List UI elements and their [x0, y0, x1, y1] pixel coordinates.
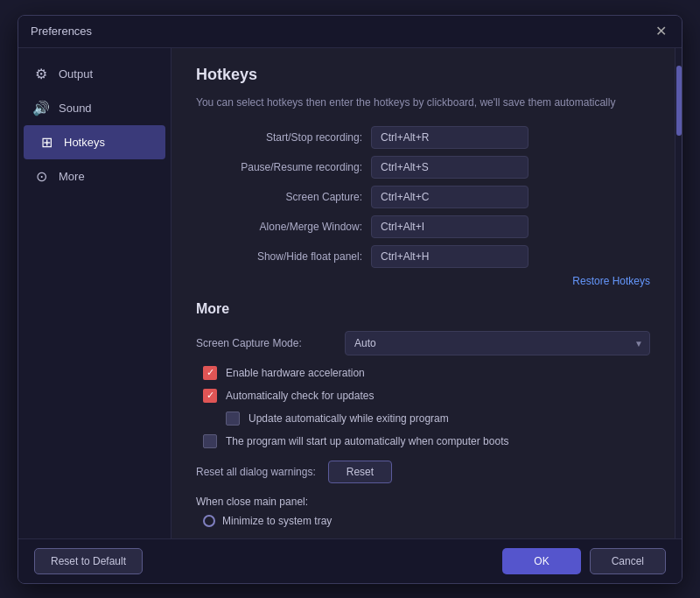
screen-capture-mode-label: Screen Capture Mode:: [196, 337, 336, 349]
hotkey-input-pause-resume[interactable]: [371, 156, 528, 179]
sound-icon: 🔊: [32, 100, 50, 116]
preferences-dialog: Preferences ✕ ⚙ Output 🔊 Sound ⊞ Hotkeys…: [18, 15, 682, 584]
hotkeys-icon: ⊞: [38, 134, 55, 151]
auto-update-label: Automatically check for updates: [226, 390, 374, 402]
footer: Reset to Default OK Cancel: [18, 538, 682, 583]
sidebar-item-output[interactable]: ⚙ Output: [18, 57, 171, 91]
main-content: Hotkeys You can select hotkeys then ente…: [172, 48, 675, 538]
check-icon: ✓: [206, 368, 214, 377]
hotkey-row-screen-capture: Screen Capture:: [196, 186, 650, 208]
reset-dialogs-label: Reset all dialog warnings:: [196, 466, 316, 478]
output-icon: ⚙: [32, 66, 50, 82]
sidebar-item-more[interactable]: ⊙ More: [18, 159, 171, 193]
more-title: More: [196, 301, 650, 317]
minimize-radio-row[interactable]: Minimize to system tray: [196, 515, 650, 527]
hotkey-label-2: Screen Capture:: [196, 191, 362, 203]
scrollbar-track[interactable]: [675, 48, 682, 538]
sidebar: ⚙ Output 🔊 Sound ⊞ Hotkeys ⊙ More: [18, 48, 172, 538]
exit-update-checkbox[interactable]: [226, 412, 240, 426]
exit-update-label: Update automatically while exiting progr…: [248, 412, 449, 425]
cancel-button[interactable]: Cancel: [590, 548, 666, 574]
footer-right-buttons: OK Cancel: [502, 548, 666, 574]
ok-button[interactable]: OK: [502, 548, 580, 574]
hotkey-label-4: Show/Hide float panel:: [196, 250, 362, 263]
hotkey-row-pause-resume: Pause/Resume recording:: [196, 156, 650, 179]
sidebar-item-label: Output: [59, 67, 93, 81]
reset-dialogs-row: Reset all dialog warnings: Reset: [196, 461, 650, 483]
hotkey-label-0: Start/Stop recording:: [196, 131, 362, 144]
hardware-acceleration-row[interactable]: ✓ Enable hardware acceleration: [196, 366, 650, 380]
reset-to-default-button[interactable]: Reset to Default: [34, 548, 143, 574]
close-button[interactable]: ✕: [652, 23, 669, 40]
sidebar-item-label: Hotkeys: [64, 136, 105, 149]
hotkey-input-float-panel[interactable]: [371, 245, 528, 268]
hardware-acceleration-label: Enable hardware acceleration: [226, 367, 365, 379]
startup-row[interactable]: The program will start up automatically …: [196, 434, 650, 448]
screen-capture-mode-wrapper: Auto Manual Window Screen ▼: [345, 331, 650, 355]
screen-capture-mode-select[interactable]: Auto Manual Window Screen: [345, 331, 650, 355]
title-bar: Preferences ✕: [18, 16, 682, 48]
hotkey-row-float-panel: Show/Hide float panel:: [196, 245, 650, 268]
more-icon: ⊙: [32, 168, 50, 185]
when-close-label: When close main panel:: [196, 496, 650, 508]
auto-update-row[interactable]: ✓ Automatically check for updates: [196, 389, 650, 403]
startup-label: The program will start up automatically …: [226, 435, 508, 447]
sidebar-item-label: More: [59, 170, 85, 183]
hotkeys-description: You can select hotkeys then enter the ho…: [196, 95, 650, 110]
hotkey-input-screen-capture[interactable]: [371, 186, 528, 208]
hotkey-label-3: Alone/Merge Window:: [196, 221, 362, 233]
hotkeys-title: Hotkeys: [196, 66, 650, 84]
exit-update-row[interactable]: Update automatically while exiting progr…: [196, 412, 650, 426]
hardware-acceleration-checkbox[interactable]: ✓: [203, 366, 217, 380]
minimize-radio-button[interactable]: [203, 515, 215, 527]
sidebar-item-hotkeys[interactable]: ⊞ Hotkeys: [24, 125, 165, 159]
scrollbar-thumb[interactable]: [676, 66, 682, 136]
dialog-title: Preferences: [31, 25, 92, 38]
dialog-body: ⚙ Output 🔊 Sound ⊞ Hotkeys ⊙ More Hotkey…: [18, 48, 682, 538]
check-icon: ✓: [206, 390, 214, 400]
screen-capture-mode-row: Screen Capture Mode: Auto Manual Window …: [196, 331, 650, 355]
reset-dialogs-button[interactable]: Reset: [328, 461, 392, 483]
hotkey-input-alone-merge[interactable]: [371, 215, 528, 238]
hotkey-label-1: Pause/Resume recording:: [196, 161, 362, 173]
hotkey-row-alone-merge: Alone/Merge Window:: [196, 215, 650, 238]
minimize-radio-label: Minimize to system tray: [222, 515, 332, 527]
restore-hotkeys-link[interactable]: Restore Hotkeys: [196, 275, 650, 287]
hotkey-row-start-stop: Start/Stop recording:: [196, 126, 650, 149]
hotkey-input-start-stop[interactable]: [371, 126, 528, 149]
sidebar-item-label: Sound: [59, 102, 92, 115]
startup-checkbox[interactable]: [203, 434, 217, 448]
sidebar-item-sound[interactable]: 🔊 Sound: [18, 91, 171, 125]
auto-update-checkbox[interactable]: ✓: [203, 389, 217, 403]
